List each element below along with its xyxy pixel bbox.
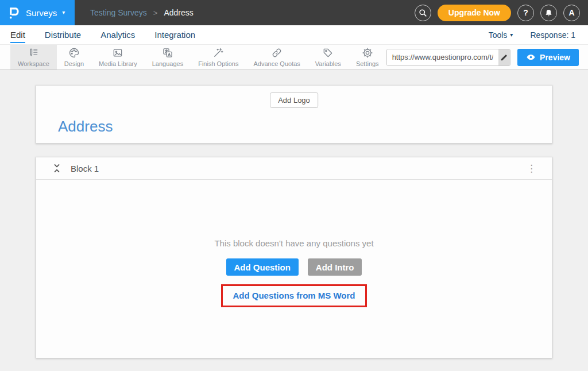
toolbar-item-workspace[interactable]: Workspace [10, 45, 57, 69]
tools-menu[interactable]: Tools ▾ [489, 30, 513, 40]
bell-icon [544, 9, 553, 17]
chevron-down-icon: ▾ [510, 32, 513, 38]
media-library-icon [112, 47, 123, 59]
toolbar-item-label: Workspace [18, 60, 49, 67]
surveys-menu[interactable]: Surveys ▾ [0, 0, 75, 25]
tab-analytics[interactable]: Analytics [100, 26, 135, 43]
survey-header-card: Add Logo Address [36, 85, 552, 144]
survey-url-group [386, 49, 510, 66]
breadcrumb-separator: > [153, 9, 158, 17]
block-menu-button[interactable]: ⋮ [522, 163, 541, 175]
annotation-highlight-box: Add Questions from MS Word [221, 284, 366, 307]
breadcrumb-current: Address [164, 8, 193, 17]
chevron-down-icon: ▾ [62, 10, 65, 16]
survey-editor-content: Add Logo Address Block 1 ⋮ This block do… [0, 70, 588, 358]
notifications-button[interactable] [540, 5, 557, 21]
survey-url-input[interactable] [387, 49, 498, 65]
toolbar-item-advance-quotas[interactable]: Advance Quotas [246, 45, 307, 69]
avatar[interactable]: A [563, 5, 580, 21]
collapse-block-button[interactable] [52, 163, 62, 174]
block-body: This block doesn't have any questions ye… [36, 180, 552, 358]
search-icon [419, 9, 427, 17]
response-count[interactable]: Response: 1 [530, 30, 575, 40]
toolbar-item-label: Finish Options [198, 60, 238, 67]
pencil-icon [500, 53, 508, 61]
questionpro-logo-icon [7, 6, 21, 20]
top-bar: Surveys ▾ Testing Surveys > Address Upgr… [0, 0, 588, 25]
editor-toolbar: Workspace Design Media Library Languages… [0, 45, 588, 70]
toolbar-item-label: Settings [356, 60, 379, 67]
tab-edit[interactable]: Edit [10, 26, 25, 43]
toolbar-item-label: Advance Quotas [253, 60, 300, 67]
toolbar-item-label: Languages [152, 60, 183, 67]
survey-nav: Edit Distribute Analytics Integration To… [0, 25, 588, 45]
add-question-button[interactable]: Add Question [226, 258, 299, 276]
languages-icon [162, 47, 173, 59]
help-button[interactable]: ? [517, 5, 534, 21]
preview-button[interactable]: Preview [517, 49, 579, 66]
add-questions-from-ms-word-link[interactable]: Add Questions from MS Word [233, 291, 355, 300]
tab-integration[interactable]: Integration [154, 26, 195, 43]
add-intro-button[interactable]: Add Intro [308, 258, 362, 276]
tab-distribute[interactable]: Distribute [45, 26, 81, 43]
product-name: Surveys [26, 8, 57, 18]
block-header: Block 1 ⋮ [36, 157, 552, 180]
breadcrumb-parent[interactable]: Testing Surveys [90, 8, 147, 17]
toolbar-item-label: Variables [315, 60, 341, 67]
topbar-actions: Upgrade Now ? A [415, 5, 588, 21]
block-card: Block 1 ⋮ This block doesn't have any qu… [36, 157, 552, 358]
toolbar-item-languages[interactable]: Languages [145, 45, 191, 69]
search-button[interactable] [415, 5, 431, 21]
breadcrumb: Testing Surveys > Address [90, 8, 194, 17]
eye-icon [526, 52, 536, 62]
toolbar-item-label: Media Library [99, 60, 137, 67]
toolbar-item-settings[interactable]: Settings [349, 45, 386, 69]
collapse-icon [53, 164, 61, 173]
settings-icon [362, 47, 373, 59]
block-title[interactable]: Block 1 [71, 164, 99, 173]
finish-options-icon [212, 47, 224, 59]
toolbar-item-label: Design [64, 60, 84, 67]
design-icon [68, 47, 80, 59]
advance-quotas-icon [271, 47, 283, 59]
tools-label: Tools [489, 30, 508, 40]
toolbar-item-design[interactable]: Design [57, 45, 91, 69]
nav-tabs: Edit Distribute Analytics Integration [10, 26, 195, 43]
variables-icon [322, 47, 334, 59]
toolbar-item-variables[interactable]: Variables [308, 45, 349, 69]
toolbar-item-finish-options[interactable]: Finish Options [191, 45, 246, 69]
preview-label: Preview [540, 53, 570, 62]
subnav-right: Tools ▾ Response: 1 [489, 30, 578, 40]
workspace-icon [28, 47, 39, 59]
toolbar-item-media-library[interactable]: Media Library [91, 45, 145, 69]
block-actions: Add Question Add Intro [226, 258, 362, 276]
survey-title[interactable]: Address [58, 118, 113, 136]
add-logo-button[interactable]: Add Logo [270, 92, 318, 108]
edit-url-button[interactable] [498, 49, 510, 65]
upgrade-now-button[interactable]: Upgrade Now [438, 5, 511, 21]
kebab-icon: ⋮ [527, 163, 536, 174]
empty-block-message: This block doesn't have any questions ye… [214, 238, 373, 248]
